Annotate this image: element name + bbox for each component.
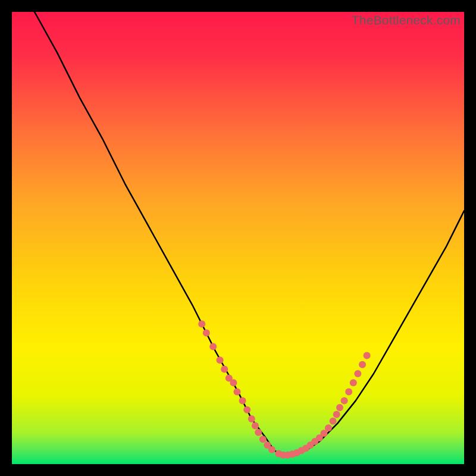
chart-frame: TheBottleneck.com	[12, 12, 464, 464]
gradient-background	[12, 12, 464, 464]
highlight-dot	[203, 330, 210, 337]
highlight-dot	[345, 388, 352, 395]
highlight-dot	[234, 388, 241, 395]
highlight-dot	[259, 436, 267, 443]
highlight-dot	[243, 406, 250, 414]
highlight-dot	[333, 411, 340, 418]
highlight-dot	[330, 418, 337, 425]
highlight-dot	[230, 379, 237, 386]
highlight-dot	[354, 370, 361, 377]
highlight-dot	[252, 422, 259, 429]
highlight-dot	[209, 343, 217, 350]
highlight-dot	[239, 397, 246, 405]
highlight-dot	[255, 429, 262, 436]
highlight-dot	[217, 356, 224, 364]
highlight-dot	[198, 320, 205, 327]
highlight-dot	[364, 352, 371, 359]
highlight-dot	[336, 404, 343, 411]
chart-svg	[12, 12, 464, 464]
highlight-dot	[350, 379, 357, 386]
highlight-dot	[325, 424, 332, 431]
highlight-dot	[268, 446, 275, 453]
watermark-text: TheBottleneck.com	[352, 13, 461, 27]
highlight-dot	[359, 361, 366, 368]
highlight-dot	[341, 397, 348, 405]
highlight-dot	[221, 365, 228, 372]
highlight-dot	[248, 415, 255, 422]
